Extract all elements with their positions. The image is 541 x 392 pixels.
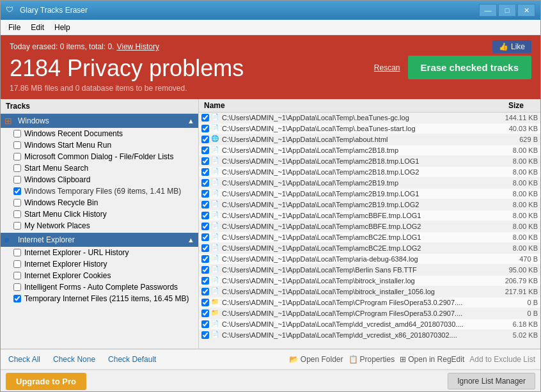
check-default-button[interactable]: Check Default — [106, 355, 159, 364]
check-all-button[interactable]: Check All — [6, 355, 43, 364]
file-row-checkbox[interactable] — [201, 146, 209, 154]
title-bar-controls: — □ ✕ — [479, 4, 535, 17]
windows-group-collapse[interactable]: ▲ — [187, 117, 194, 125]
table-row: 📄 C:\Users\ADMIN_~1\AppData\Local\Temp\B… — [199, 265, 540, 276]
list-item[interactable]: Windows Temporary Files (69 items, 1.41 … — [1, 185, 198, 197]
list-item[interactable]: Windows Recent Documents — [1, 128, 198, 139]
file-row-checkbox[interactable] — [201, 266, 209, 274]
start-menu-search-checkbox[interactable] — [13, 164, 21, 172]
windows-group-header[interactable]: Windows ▲ — [1, 114, 198, 128]
thumbs-up-icon: 👍 — [499, 42, 508, 51]
properties-button[interactable]: 📋 Properties — [349, 355, 395, 364]
footer: Upgrade to Pro Ignore List Manager — [1, 370, 540, 392]
list-item[interactable]: Internet Explorer History — [1, 258, 198, 270]
windows-temp-files-checkbox[interactable] — [13, 187, 21, 195]
right-panel: Name Size 📄 C:\Users\ADMIN_~1\AppData\Lo… — [199, 99, 540, 349]
file-icon: 📁 — [211, 309, 220, 318]
windows-clipboard-checkbox[interactable] — [13, 176, 21, 184]
my-network-places-checkbox[interactable] — [13, 222, 21, 230]
file-row-checkbox[interactable] — [201, 233, 209, 241]
list-item[interactable]: Start Menu Click History — [1, 208, 198, 220]
file-list: 📄 C:\Users\ADMIN_~1\AppData\Local\Temp\.… — [199, 113, 540, 349]
file-row-checkbox[interactable] — [201, 320, 209, 328]
file-row-checkbox[interactable] — [201, 114, 209, 122]
open-in-regedit-button[interactable]: ⊞ Open in RegEdit — [400, 355, 464, 364]
header-subtitle: 17.86 MB files and 0 database items to b… — [10, 84, 244, 93]
list-item[interactable]: My Network Places — [1, 220, 198, 231]
file-icon: 📄 — [211, 113, 220, 122]
file-row-checkbox[interactable] — [201, 125, 209, 132]
size-column-header: Size — [484, 101, 535, 110]
check-none-button[interactable]: Check None — [51, 355, 98, 364]
file-row-checkbox[interactable] — [201, 255, 209, 263]
main-content: Tracks Windows ▲ Windows Recent Document… — [1, 99, 540, 349]
header-top-row: Today erased: 0 items, total: 0. View Hi… — [10, 40, 531, 53]
list-item[interactable]: Windows Start Menu Run — [1, 139, 198, 151]
header-right: Rescan Erase checked tracks — [374, 56, 531, 79]
maximize-button[interactable]: □ — [498, 4, 516, 17]
table-row: 📄 C:\Users\ADMIN_~1\AppData\Local\Temp\a… — [199, 156, 540, 167]
file-row-checkbox[interactable] — [201, 136, 209, 143]
file-row-checkbox[interactable] — [201, 244, 209, 252]
file-icon: 📄 — [211, 189, 220, 198]
list-item[interactable]: Windows Recycle Bin — [1, 197, 198, 208]
file-row-checkbox[interactable] — [201, 168, 209, 176]
list-item[interactable]: Internet Explorer - URL History — [1, 247, 198, 258]
file-list-header: Name Size — [199, 99, 540, 113]
start-menu-click-history-checkbox[interactable] — [13, 210, 21, 218]
file-icon: 📄 — [211, 200, 220, 209]
file-row-checkbox[interactable] — [201, 277, 209, 285]
list-item[interactable]: Temporary Internet Files (2115 items, 16… — [1, 293, 198, 304]
file-row-checkbox[interactable] — [201, 157, 209, 165]
windows-recycle-bin-checkbox[interactable] — [13, 199, 21, 207]
file-row-checkbox[interactable] — [201, 190, 209, 198]
menu-file[interactable]: File — [3, 22, 26, 33]
ie-url-history-checkbox[interactable] — [13, 249, 21, 256]
ie-group-icon — [4, 235, 15, 245]
app-icon: 🛡 — [6, 5, 16, 15]
menu-help[interactable]: Help — [49, 22, 75, 33]
ignore-list-manager-button[interactable]: Ignore List Manager — [448, 373, 535, 389]
list-item[interactable]: Windows Clipboard — [1, 174, 198, 185]
table-row: 📄 C:\Users\ADMIN_~1\AppData\Local\Temp\b… — [199, 286, 540, 297]
ie-cookies-checkbox[interactable] — [13, 272, 21, 279]
minimize-button[interactable]: — — [479, 4, 497, 17]
file-icon: 📄 — [211, 265, 220, 274]
file-row-checkbox[interactable] — [201, 201, 209, 208]
regedit-icon: ⊞ — [400, 355, 406, 364]
windows-group-icon — [4, 116, 15, 126]
table-row: 📄 C:\Users\ADMIN_~1\AppData\Local\Temp\.… — [199, 123, 540, 134]
file-row-checkbox[interactable] — [201, 331, 209, 339]
windows-start-menu-run-checkbox[interactable] — [13, 141, 21, 149]
file-row-checkbox[interactable] — [201, 299, 209, 306]
list-item[interactable]: Internet Explorer Cookies — [1, 270, 198, 281]
header-left: 2184 Privacy problems 17.86 MB files and… — [10, 56, 244, 93]
open-folder-button[interactable]: 📂 Open Folder — [289, 355, 343, 364]
rescan-button[interactable]: Rescan — [374, 63, 400, 72]
ie-temp-files-checkbox[interactable] — [13, 295, 21, 302]
check-actions: Check All Check None Check Default — [6, 355, 159, 364]
ie-autocomplete-checkbox[interactable] — [13, 283, 21, 291]
table-row: 📄 C:\Users\ADMIN_~1\AppData\Local\Temp\a… — [199, 200, 540, 210]
file-row-checkbox[interactable] — [201, 212, 209, 219]
menu-edit[interactable]: Edit — [26, 22, 49, 33]
ie-history-checkbox[interactable] — [13, 260, 21, 268]
file-row-checkbox[interactable] — [201, 288, 209, 295]
list-item[interactable]: Intelligent Forms - Auto Complete Passwo… — [1, 281, 198, 293]
bottom-toolbar: Check All Check None Check Default 📂 Ope… — [1, 349, 540, 370]
microsoft-common-dialog-checkbox[interactable] — [13, 153, 21, 161]
ie-group-collapse[interactable]: ▲ — [187, 236, 194, 244]
erase-checked-tracks-button[interactable]: Erase checked tracks — [408, 56, 531, 79]
ie-group-header[interactable]: Internet Explorer ▲ — [1, 233, 198, 247]
file-row-checkbox[interactable] — [201, 223, 209, 230]
upgrade-to-pro-button[interactable]: Upgrade to Pro — [6, 373, 86, 390]
list-item[interactable]: Start Menu Search — [1, 162, 198, 174]
file-row-checkbox[interactable] — [201, 310, 209, 317]
like-button[interactable]: 👍 Like — [492, 40, 531, 53]
windows-recent-docs-checkbox[interactable] — [13, 130, 21, 137]
list-item[interactable]: Microsoft Common Dialog - File/Folder Li… — [1, 151, 198, 162]
close-button[interactable]: ✕ — [517, 4, 535, 17]
view-history-link[interactable]: View History — [116, 42, 159, 51]
add-to-exclude-list-button[interactable]: Add to Exclude List — [469, 355, 535, 364]
file-row-checkbox[interactable] — [201, 179, 209, 187]
